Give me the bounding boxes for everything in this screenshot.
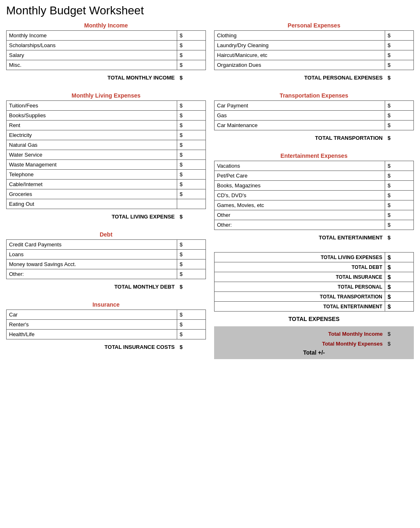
insurance-total-row: TOTAL INSURANCE COSTS $ [6, 342, 206, 352]
personal-table: Clothing$Laundry/Dry Cleaning$Haircut/Ma… [214, 30, 414, 70]
summary-row-label: TOTAL INSURANCE [215, 272, 385, 282]
personal-total-row: TOTAL PERSONAL EXPENSES $ [214, 73, 414, 82]
entertainment-total-table: TOTAL ENTERTAINMENT $ [214, 232, 414, 242]
right-column: Personal Expenses Clothing$Laundry/Dry C… [214, 20, 414, 359]
row-label: Gas [215, 111, 385, 121]
row-label: Telephone [7, 170, 177, 180]
table-row: Electricity$ [7, 130, 206, 140]
table-row: Health/Life$ [7, 330, 206, 339]
debt-heading: Debt [6, 230, 206, 239]
row-dollar: $ [177, 101, 206, 111]
row-dollar: $ [177, 320, 206, 330]
table-row: Renter's$ [7, 320, 206, 330]
entertainment-total-row: TOTAL ENTERTAINMENT $ [214, 232, 414, 242]
summary-row: TOTAL TRANSPORTATION$ [215, 292, 414, 302]
row-dollar: $ [177, 111, 206, 121]
row-label: Salary [7, 50, 177, 60]
entertainment-total-label: TOTAL ENTERTAINMENT [214, 232, 385, 242]
summary-row: TOTAL INSURANCE$ [215, 272, 414, 282]
row-label: Car [7, 310, 177, 320]
bottom-income-label: Total Monthly Income [218, 329, 385, 339]
row-dollar: $ [177, 259, 206, 269]
table-row: Misc.$ [7, 60, 206, 70]
row-label: Car Payment [215, 101, 385, 111]
row-label: Clothing [215, 31, 385, 41]
row-dollar: $ [177, 250, 206, 259]
row-label: Monthly Income [7, 31, 177, 41]
insurance-table: Car$Renter's$Health/Life$ [6, 310, 206, 339]
table-row: Clothing$ [215, 31, 414, 41]
insurance-total-table: TOTAL INSURANCE COSTS $ [6, 342, 206, 352]
row-label: Natural Gas [7, 140, 177, 150]
table-row: Tuition/Fees$ [7, 101, 206, 111]
row-label: Vacations [215, 161, 385, 171]
table-row: Car Payment$ [215, 101, 414, 111]
row-dollar: $ [177, 189, 206, 199]
row-dollar: $ [385, 50, 414, 60]
row-label: Renter's [7, 320, 177, 330]
table-row: Books/Supplies$ [7, 111, 206, 121]
table-row: Games, Movies, etc$ [215, 200, 414, 210]
row-label: Rent [7, 121, 177, 130]
row-dollar: $ [177, 41, 206, 50]
row-label: Books/Supplies [7, 111, 177, 121]
table-row: Monthly Income$ [7, 31, 206, 41]
table-row: Other:$ [215, 220, 414, 230]
row-dollar: $ [177, 310, 206, 320]
row-label: Organization Dues [215, 60, 385, 70]
insurance-total-label: TOTAL INSURANCE COSTS [6, 342, 177, 352]
summary-row-dollar: $ [385, 262, 414, 272]
table-row: Vacations$ [215, 161, 414, 171]
table-row: Money toward Savings Acct.$ [7, 259, 206, 269]
table-row: Car$ [7, 310, 206, 320]
row-label: Credit Card Payments [7, 240, 177, 250]
row-label: Other [215, 210, 385, 220]
row-dollar: $ [385, 60, 414, 70]
living-total-row: TOTAL LIVING EXPENSE $ [6, 212, 206, 221]
insurance-total-dollar: $ [177, 342, 206, 352]
living-table: Tuition/Fees$Books/Supplies$Rent$Electri… [6, 100, 206, 209]
row-dollar: $ [385, 191, 414, 200]
income-total-dollar: $ [177, 73, 206, 82]
table-row: Organization Dues$ [215, 60, 414, 70]
row-dollar: $ [385, 210, 414, 220]
summary-table: TOTAL LIVING EXPENSES$TOTAL DEBT$TOTAL I… [214, 252, 414, 312]
entertainment-table: Vacations$Pet/Pet Care$Books, Magazines$… [214, 161, 414, 230]
bottom-income-dollar: $ [385, 329, 410, 339]
row-dollar: $ [385, 171, 414, 181]
row-label: Groceries [7, 189, 177, 199]
income-total-row: TOTAL MONTHLY INCOME $ [6, 73, 206, 82]
row-label: Loans [7, 250, 177, 259]
summary-row-label: TOTAL ENTERTAINMENT [215, 302, 385, 312]
row-dollar: $ [385, 111, 414, 121]
debt-table: Credit Card Payments$Loans$Money toward … [6, 239, 206, 279]
table-row: Haircut/Manicure, etc$ [215, 50, 414, 60]
row-dollar: $ [177, 330, 206, 339]
table-row: Other:$ [7, 269, 206, 279]
summary-row-label: TOTAL TRANSPORTATION [215, 292, 385, 302]
bottom-expenses-label: Total Monthly Expenses [218, 339, 385, 348]
table-row: Eating Out [7, 199, 206, 209]
summary-row: TOTAL ENTERTAINMENT$ [215, 302, 414, 312]
row-dollar: $ [177, 269, 206, 279]
bottom-section: Total Monthly Income $ Total Monthly Exp… [214, 326, 414, 359]
table-row: CD's, DVD's$ [215, 191, 414, 200]
summary-row-dollar: $ [385, 282, 414, 292]
debt-total-dollar: $ [177, 282, 206, 291]
transportation-total-row: TOTAL TRANSPORTATION $ [214, 133, 414, 143]
personal-total-table: TOTAL PERSONAL EXPENSES $ [214, 73, 414, 82]
table-row: Books, Magazines$ [215, 181, 414, 191]
row-dollar: $ [177, 60, 206, 70]
income-total-table: TOTAL MONTHLY INCOME $ [6, 73, 206, 82]
table-row: Groceries$ [7, 189, 206, 199]
summary-row-dollar: $ [385, 272, 414, 282]
row-label: Money toward Savings Acct. [7, 259, 177, 269]
summary-row-label: TOTAL DEBT [215, 262, 385, 272]
row-label: Car Maintenance [215, 121, 385, 130]
row-dollar: $ [177, 180, 206, 189]
row-dollar: $ [385, 121, 414, 130]
row-label: Waste Management [7, 160, 177, 170]
income-total-label: TOTAL MONTHLY INCOME [6, 73, 177, 82]
table-row: Pet/Pet Care$ [215, 171, 414, 181]
row-label: Cable/Internet [7, 180, 177, 189]
